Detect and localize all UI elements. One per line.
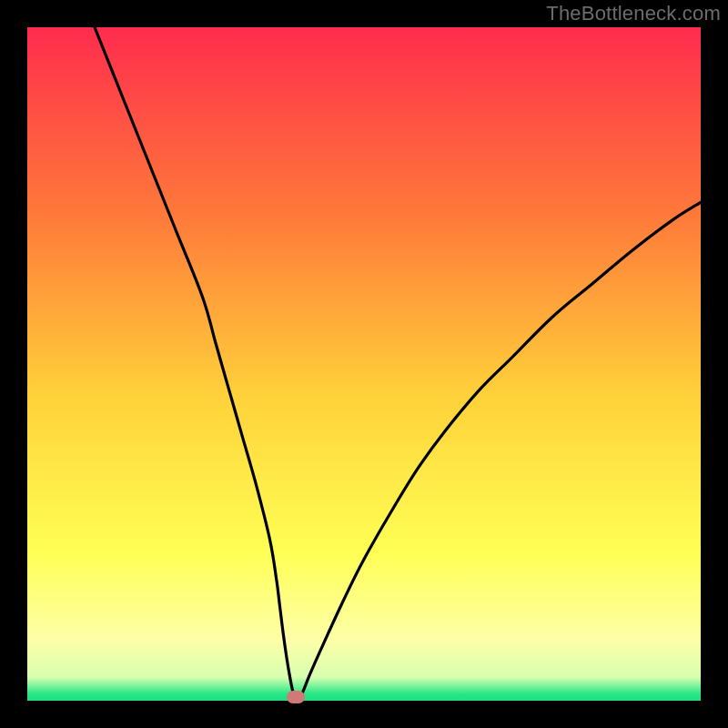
plot-area (27, 27, 701, 701)
plot-svg (27, 27, 701, 701)
gradient-background (27, 27, 701, 701)
optimal-marker (287, 691, 305, 703)
chart-frame: TheBottleneck.com (0, 0, 728, 728)
watermark-text: TheBottleneck.com (546, 2, 721, 25)
